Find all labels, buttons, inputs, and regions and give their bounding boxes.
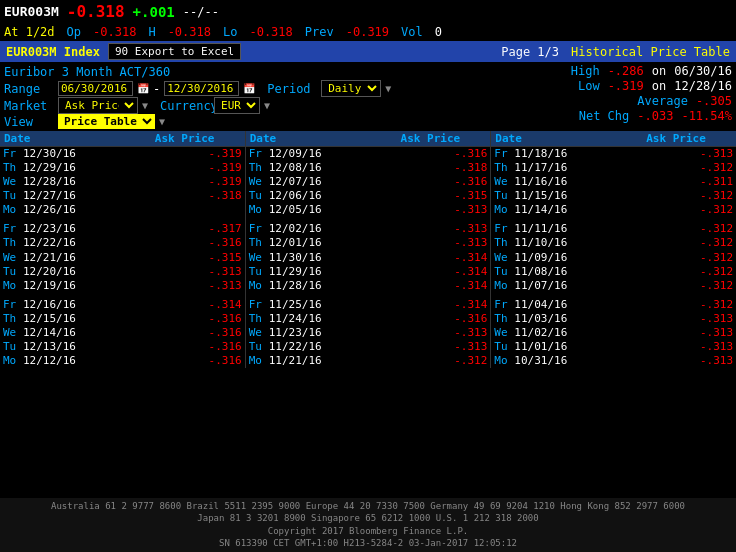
day-cell: We xyxy=(0,175,20,189)
table-row: Th12/08/16-.318 xyxy=(246,161,491,175)
ask-cell: -.312 xyxy=(616,251,736,265)
day-cell: Th xyxy=(0,312,20,326)
table-row: Tu11/29/16-.314 xyxy=(246,265,491,279)
table-row: Fr12/30/16-.319 xyxy=(0,147,245,162)
ask-cell: -.312 xyxy=(616,203,736,217)
date-cell: 11/04/16 xyxy=(511,298,616,312)
day-cell: We xyxy=(491,175,511,189)
date-cell: 11/02/16 xyxy=(511,326,616,340)
page-info: Page 1/3 xyxy=(501,45,559,59)
market-row: Market Ask Price ▼ Currency EUR ▼ xyxy=(4,97,472,114)
table-row: Fr12/02/16-.313 xyxy=(246,222,491,236)
low-label: Low xyxy=(578,79,600,93)
period-select[interactable]: Daily xyxy=(321,80,381,97)
date-cell: 11/22/16 xyxy=(266,340,371,354)
footer-line2: Japan 81 3 3201 8900 Singapore 65 6212 1… xyxy=(2,512,734,525)
currency-label: Currency xyxy=(160,99,210,113)
date-cell: 12/29/16 xyxy=(20,161,125,175)
day-cell: Mo xyxy=(246,203,266,217)
ask-cell: -.311 xyxy=(616,175,736,189)
day-cell: Mo xyxy=(491,354,511,368)
ask-cell xyxy=(125,203,245,217)
ticker-symbol: EUR003M xyxy=(4,4,59,19)
ask-cell: -.315 xyxy=(125,251,245,265)
day-cell: Tu xyxy=(491,340,511,354)
range-from-input[interactable] xyxy=(58,81,133,96)
day-cell: Mo xyxy=(246,279,266,293)
ask-cell: -.314 xyxy=(370,279,490,293)
date-cell: 11/17/16 xyxy=(511,161,616,175)
col2-date-header: Date xyxy=(246,131,371,147)
ask-cell: -.316 xyxy=(125,340,245,354)
stat-low-row: Low -.319 on 12/28/16 xyxy=(578,79,732,93)
col1-ask-header: Ask Price xyxy=(125,131,245,147)
ask-cell: -.312 xyxy=(616,298,736,312)
ask-cell: -.314 xyxy=(125,298,245,312)
table-row: Th11/03/16-.313 xyxy=(491,312,736,326)
market-select[interactable]: Ask Price xyxy=(58,97,138,114)
table-row: We12/14/16-.316 xyxy=(0,326,245,340)
ask-cell: -.314 xyxy=(370,265,490,279)
ask-cell: -.318 xyxy=(370,161,490,175)
day-cell: Th xyxy=(0,236,20,250)
ask-cell: -.316 xyxy=(370,175,490,189)
date-cell: 12/07/16 xyxy=(266,175,371,189)
date-cell: 12/08/16 xyxy=(266,161,371,175)
low-date: 12/28/16 xyxy=(674,79,732,93)
ask-cell: -.312 xyxy=(616,189,736,203)
date-cell: 12/05/16 xyxy=(266,203,371,217)
lo-value: -0.318 xyxy=(249,25,292,39)
table-row: Tu11/08/16-.312 xyxy=(491,265,736,279)
low-on: on xyxy=(652,79,666,93)
day-cell: We xyxy=(491,251,511,265)
currency-arrow: ▼ xyxy=(264,100,270,111)
h-label: H xyxy=(148,25,155,39)
top-bar: EUR003M -0.318 +.001 --/-- xyxy=(0,0,736,23)
day-cell: Fr xyxy=(246,147,266,162)
ask-cell: -.312 xyxy=(616,236,736,250)
date-cell: 11/28/16 xyxy=(266,279,371,293)
table-row: Tu11/15/16-.312 xyxy=(491,189,736,203)
table-row: Th11/10/16-.312 xyxy=(491,236,736,250)
controls-outer: Euribor 3 Month ACT/360 Range 📅 - 📅 Peri… xyxy=(0,62,736,131)
day-cell: Fr xyxy=(246,298,266,312)
day-cell: Th xyxy=(246,236,266,250)
date-cell: 12/16/16 xyxy=(20,298,125,312)
export-button[interactable]: 90 Export to Excel xyxy=(108,43,241,60)
table-row: We11/09/16-.312 xyxy=(491,251,736,265)
ask-cell: -.312 xyxy=(616,279,736,293)
date-cell: 12/14/16 xyxy=(20,326,125,340)
table-row: Th12/29/16-.319 xyxy=(0,161,245,175)
ask-cell: -.313 xyxy=(370,203,490,217)
hist-label: Historical Price Table xyxy=(571,45,730,59)
high-on: on xyxy=(652,64,666,78)
table-row: Mo11/14/16-.312 xyxy=(491,203,736,217)
col1-date-header: Date xyxy=(0,131,125,147)
table-row: Fr12/09/16-.316 xyxy=(246,147,491,162)
stat-high-row: High -.286 on 06/30/16 xyxy=(571,64,732,78)
range-to-input[interactable] xyxy=(164,81,239,96)
date-cell: 11/01/16 xyxy=(511,340,616,354)
date-cell: 12/09/16 xyxy=(266,147,371,162)
ask-cell: -.316 xyxy=(125,236,245,250)
footer: Australia 61 2 9777 8600 Brazil 5511 239… xyxy=(0,498,736,552)
view-select[interactable]: Price Table xyxy=(58,114,155,129)
day-cell: Fr xyxy=(491,147,511,162)
high-val: -.286 xyxy=(608,64,644,78)
date-cell: 11/25/16 xyxy=(266,298,371,312)
day-cell: Th xyxy=(246,312,266,326)
table-row: Fr11/18/16-.313 xyxy=(491,147,736,162)
calendar-from-icon[interactable]: 📅 xyxy=(137,83,149,94)
ask-cell: -.312 xyxy=(616,265,736,279)
second-bar: At 1/2d Op -0.318 H -0.318 Lo -0.318 Pre… xyxy=(0,23,736,41)
calendar-to-icon[interactable]: 📅 xyxy=(243,83,255,94)
date-cell: 10/31/16 xyxy=(511,354,616,368)
table-row: Fr11/25/16-.314 xyxy=(246,298,491,312)
currency-select[interactable]: EUR xyxy=(214,97,260,114)
table-row: We11/16/16-.311 xyxy=(491,175,736,189)
market-arrow: ▼ xyxy=(142,100,148,111)
at-label: At 1/2d xyxy=(4,25,55,39)
day-cell: Fr xyxy=(0,298,20,312)
euribor-label: Euribor 3 Month ACT/360 xyxy=(4,64,472,80)
ask-cell: -.313 xyxy=(370,222,490,236)
